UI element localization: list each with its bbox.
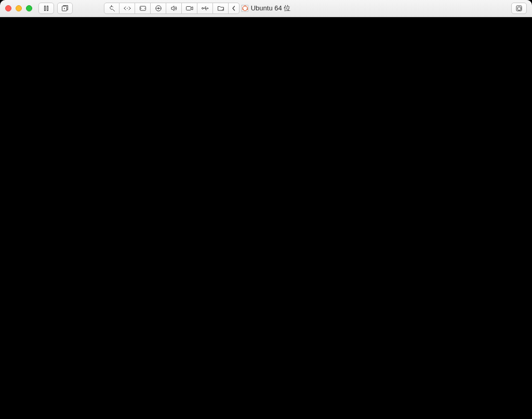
shared-folder-button[interactable] <box>213 3 229 14</box>
disk-icon <box>139 5 147 11</box>
svg-point-3 <box>64 8 65 9</box>
vm-os-icon <box>242 5 249 12</box>
titlebar: Ubuntu 64 位 <box>0 0 532 17</box>
svg-point-4 <box>127 8 128 9</box>
pause-icon <box>43 5 49 11</box>
fullscreen-icon <box>515 5 523 12</box>
zoom-button[interactable] <box>26 5 32 11</box>
pause-button[interactable] <box>38 3 54 14</box>
resize-icon <box>123 5 131 11</box>
usb-button[interactable] <box>197 3 213 14</box>
svg-rect-11 <box>242 5 248 11</box>
close-button[interactable] <box>5 5 11 11</box>
sound-icon <box>170 5 178 12</box>
window-controls <box>5 5 32 11</box>
vmware-window: Ubuntu 64 位 <box>0 0 532 419</box>
svg-rect-9 <box>186 7 191 10</box>
snapshot-button[interactable] <box>57 3 73 14</box>
window-title: Ubuntu 64 位 <box>242 4 291 13</box>
svg-point-13 <box>245 6 246 7</box>
svg-point-12 <box>243 6 247 11</box>
camera-button[interactable] <box>182 3 197 14</box>
fullscreen-button[interactable] <box>511 3 527 14</box>
svg-point-14 <box>243 9 244 10</box>
window-title-text: Ubuntu 64 位 <box>251 4 291 13</box>
svg-rect-17 <box>518 7 521 10</box>
shared-folder-icon <box>217 5 224 11</box>
wrench-icon <box>108 5 115 12</box>
disk-button[interactable] <box>135 3 151 14</box>
svg-point-6 <box>144 8 144 8</box>
svg-point-10 <box>202 8 203 9</box>
settings-button[interactable] <box>104 3 119 14</box>
usb-icon <box>201 5 209 11</box>
snapshot-icon <box>61 5 69 12</box>
camera-icon <box>185 5 194 11</box>
sound-button[interactable] <box>166 3 182 14</box>
resize-button[interactable] <box>119 3 135 14</box>
cdrom-icon <box>155 5 162 12</box>
chevron-left-icon <box>232 5 236 11</box>
minimize-button[interactable] <box>16 5 22 11</box>
svg-point-15 <box>247 9 248 10</box>
cdrom-button[interactable] <box>151 3 166 14</box>
vm-display[interactable] <box>0 17 532 419</box>
device-toolbar <box>104 3 240 14</box>
svg-rect-0 <box>45 6 46 11</box>
svg-rect-1 <box>47 6 48 11</box>
collapse-toolbar-button[interactable] <box>229 3 240 14</box>
